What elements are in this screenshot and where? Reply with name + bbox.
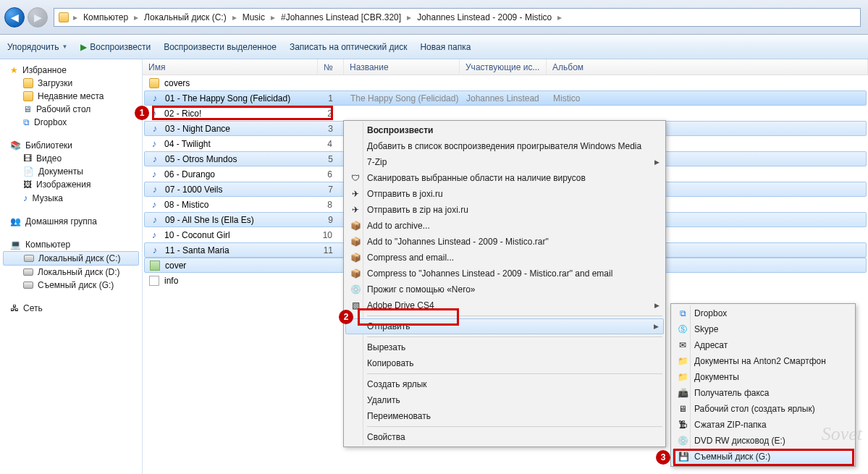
sidebar-item-drive-d[interactable]: Локальный диск (D:) — [0, 266, 142, 279]
col-title[interactable]: Название — [344, 59, 460, 75]
sidebar-item-drive-g[interactable]: Съемный диск (G:) — [0, 279, 142, 292]
sidebar-favorites[interactable]: ★Избранное — [0, 64, 142, 77]
sidebar-item-pictures[interactable]: 🖼Изображения — [0, 178, 142, 191]
sendto-recipient[interactable]: ✉Адресат — [673, 337, 854, 353]
desktop-icon: 🖥 — [677, 404, 688, 414]
dropbox-icon: ⧉ — [23, 117, 30, 127]
ctx-send-to[interactable]: Отправить▶ — [345, 318, 664, 334]
ctx-copy[interactable]: Копировать — [345, 355, 664, 371]
file-row[interactable]: ♪02 - Rico!2 — [143, 106, 868, 121]
sidebar-item-downloads[interactable]: Загрузки — [0, 77, 142, 90]
nero-icon: 💿 — [350, 284, 361, 295]
rar-icon: 📦 — [350, 221, 361, 231]
file-num: 11 — [319, 245, 345, 255]
sidebar-libraries[interactable]: 📚Библиотеки — [0, 139, 142, 152]
ctx-properties[interactable]: Свойства — [345, 429, 664, 445]
sendto-desktop-link[interactable]: 🖥Рабочий стол (создать ярлык) — [673, 401, 854, 417]
col-album[interactable]: Альбом — [547, 59, 868, 75]
crumb-music[interactable]: Music — [238, 12, 269, 22]
sendto-fax[interactable]: 📠Получатель факса — [673, 385, 854, 401]
breadcrumb[interactable]: ▸ Компьютер▸ Локальный диск (C:)▸ Music▸… — [54, 8, 861, 27]
ctx-add-wmp[interactable]: Добавить в список воспроизведения проигр… — [345, 138, 664, 154]
sendto-docs-phone[interactable]: 📁Документы на Anton2 Смартфон — [673, 353, 854, 369]
col-name[interactable]: Имя — [143, 59, 318, 75]
sendto-dropbox[interactable]: ⧉Dropbox — [673, 305, 854, 321]
image-icon — [150, 261, 160, 271]
library-icon: 📚 — [10, 140, 21, 151]
ctx-adobe[interactable]: ▧Adobe Drive CS4▶ — [345, 297, 664, 313]
ctx-add-archive[interactable]: 📦Add to archive... — [345, 218, 664, 234]
folder-icon: 📁 — [677, 356, 688, 366]
callout-badge-1: 1 — [135, 106, 149, 120]
col-num[interactable]: № — [318, 59, 344, 75]
ctx-delete[interactable]: Удалить — [345, 392, 664, 408]
sidebar-item-dropbox[interactable]: ⧉Dropbox — [0, 116, 142, 129]
crumb-album[interactable]: Johannes Linstead - 2009 - Mistico — [413, 12, 556, 22]
sidebar-item-documents[interactable]: 📄Документы — [0, 165, 142, 178]
file-name: cover — [165, 261, 319, 271]
toolbar-play-selected[interactable]: Воспроизвести выделенное — [164, 42, 277, 52]
toolbar-organize[interactable]: Упорядочить ▼ — [7, 42, 67, 52]
file-name: 05 - Otros Mundos — [165, 154, 319, 164]
file-name: 11 - Santa Maria — [165, 245, 319, 255]
doc-icon: 📄 — [23, 166, 34, 177]
sidebar-item-desktop[interactable]: 🖥Рабочий стол — [0, 103, 142, 116]
ctx-joxi[interactable]: ✈Отправить в joxi.ru — [345, 186, 664, 202]
file-name: 04 - Twilight — [164, 139, 318, 149]
sendto-docs[interactable]: 📁Документы — [673, 369, 854, 385]
music-icon: ♪ — [152, 229, 157, 240]
sidebar-item-video[interactable]: 🎞Видео — [0, 152, 142, 165]
sendto-dvd[interactable]: 💿DVD RW дисковод (E:) — [673, 433, 854, 449]
nav-forward-button[interactable]: ▶ — [28, 7, 48, 27]
sidebar-computer[interactable]: 💻Компьютер — [0, 238, 142, 251]
ctx-play[interactable]: Воспроизвести — [345, 122, 664, 138]
ctx-shortcut[interactable]: Создать ярлык — [345, 376, 664, 392]
drive-icon — [23, 268, 33, 276]
file-row[interactable]: ♪01 - The Happy Song (Felicidad)1The Hap… — [144, 90, 867, 106]
titlebar: ◀ ▶ ▸ Компьютер▸ Локальный диск (C:)▸ Mu… — [0, 0, 868, 35]
ctx-compress-rar-email[interactable]: 📦Compress to "Johannes Linstead - 2009 -… — [345, 266, 664, 282]
ctx-add-rar[interactable]: 📦Add to "Johannes Linstead - 2009 - Mist… — [345, 234, 664, 250]
ctx-rename[interactable]: Переименовать — [345, 408, 664, 424]
text-icon — [149, 276, 159, 286]
callout-badge-2: 2 — [339, 310, 353, 324]
toolbar-burn[interactable]: Записать на оптический диск — [290, 42, 408, 52]
music-icon: ♪ — [153, 214, 158, 225]
joxi-icon: ✈ — [350, 189, 361, 199]
nav-back-button[interactable]: ◀ — [4, 7, 25, 27]
computer-icon: 💻 — [10, 240, 21, 250]
sidebar: ★Избранное Загрузки Недавние места 🖥Рабо… — [0, 59, 143, 474]
sidebar-item-recent[interactable]: Недавние места — [0, 90, 142, 103]
file-num: 4 — [318, 139, 344, 149]
ctx-nero[interactable]: 💿Прожиг с помощью «Nero» — [345, 282, 664, 297]
crumb-drive-c[interactable]: Локальный диск (C:) — [140, 12, 231, 22]
toolbar: Упорядочить ▼ ▶ Воспроизвести Воспроизве… — [0, 35, 868, 59]
sidebar-network[interactable]: 🖧Сеть — [0, 302, 142, 315]
mail-icon: ✉ — [677, 340, 688, 350]
sendto-skype[interactable]: ⓈSkype — [673, 321, 854, 337]
sendto-removable[interactable]: 💾Съемный диск (G:) — [673, 449, 854, 465]
sidebar-item-drive-c[interactable]: Локальный диск (C:) — [3, 251, 139, 266]
music-icon: ♪ — [153, 93, 158, 103]
file-name: covers — [164, 78, 318, 88]
ctx-joxi-zip[interactable]: ✈Отправить в zip на joxi.ru — [345, 202, 664, 218]
toolbar-new-folder[interactable]: Новая папка — [420, 42, 471, 52]
ctx-cut[interactable]: Вырезать — [345, 339, 664, 355]
file-name: 08 - Mistico — [164, 200, 318, 210]
ctx-compress-email[interactable]: 📦Compress and email... — [345, 250, 664, 266]
ctx-scan[interactable]: 🛡Сканировать выбранные области на наличи… — [345, 170, 664, 186]
ctx-7zip[interactable]: 7-Zip▶ — [345, 154, 664, 170]
file-row[interactable]: covers — [143, 75, 868, 90]
toolbar-play[interactable]: ▶ Воспроизвести — [80, 42, 151, 52]
file-title: The Happy Song (Felicidad) — [345, 93, 460, 103]
sidebar-item-music[interactable]: ♪Музыка — [0, 191, 142, 205]
crumb-computer[interactable]: Компьютер — [79, 12, 132, 22]
sendto-zip[interactable]: 🗜Сжатая ZIP-папка — [673, 417, 854, 433]
skype-icon: Ⓢ — [677, 323, 688, 336]
crumb-artist[interactable]: #Johannes Linstead [CBR.320] — [277, 12, 405, 22]
folder-icon — [59, 12, 69, 22]
sidebar-homegroup[interactable]: 👥Домашняя группа — [0, 215, 142, 228]
column-headers[interactable]: Имя № Название Участвующие ис... Альбом — [143, 59, 868, 75]
adobe-icon: ▧ — [350, 300, 361, 310]
col-artist[interactable]: Участвующие ис... — [460, 59, 547, 75]
